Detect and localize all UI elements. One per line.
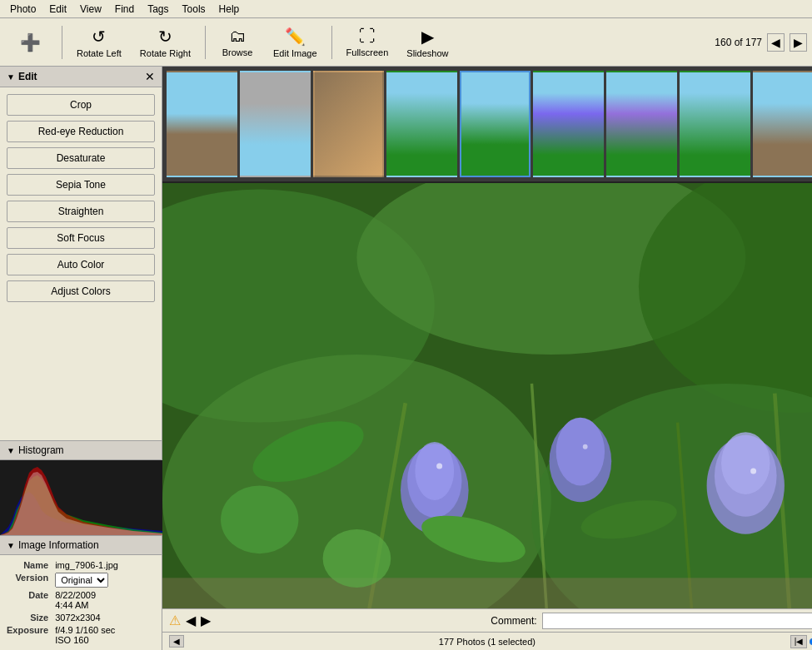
toolbar-sep-3 — [331, 26, 332, 59]
size-label: Size — [7, 613, 48, 623]
straighten-button[interactable]: Straighten — [7, 201, 155, 222]
edit-buttons-container: Crop Red-eye Reduction Desaturate Sepia … — [0, 87, 162, 440]
menu-tools[interactable]: Tools — [176, 2, 212, 17]
comment-input[interactable] — [542, 613, 812, 629]
menu-find[interactable]: Find — [108, 2, 141, 17]
edit-image-button[interactable]: ✏️ Edit Image — [266, 22, 325, 63]
thumbnail-5[interactable] — [460, 71, 531, 177]
photo-count-text: 160 of 177 — [715, 37, 762, 48]
thumbnail-strip — [162, 67, 812, 183]
photo-count: 160 of 177 ◀ ▶ — [715, 33, 807, 52]
toolbar: ➕ ↺ Rotate Left ↻ Rotate Right 🗂 Browse … — [0, 18, 812, 67]
red-eye-button[interactable]: Red-eye Reduction — [7, 121, 155, 142]
histogram-canvas — [0, 460, 162, 535]
menu-photo[interactable]: Photo — [3, 2, 42, 17]
image-info-header[interactable]: ▼ Image Information — [0, 536, 162, 555]
edit-panel-header: ▼ Edit ✕ — [0, 67, 162, 87]
svg-point-23 — [721, 432, 770, 494]
scroll-start-button[interactable]: |◀ — [790, 635, 808, 648]
next-photo-button[interactable]: ▶ — [790, 33, 807, 52]
histogram-section: ▼ Histogram — [0, 440, 162, 535]
scroll-buttons: |◀ ▶| — [790, 635, 812, 648]
next-thumb-button[interactable]: ▶ — [201, 613, 211, 628]
scroll-bar[interactable] — [809, 635, 812, 648]
version-label: Version — [7, 573, 48, 588]
image-info-title: Image Information — [18, 539, 99, 551]
slideshow-icon: ▶ — [421, 27, 434, 47]
thumbnail-8[interactable] — [680, 71, 750, 177]
left-panel: ▼ Edit ✕ Crop Red-eye Reduction Desatura… — [0, 67, 162, 650]
svg-point-29 — [221, 485, 298, 553]
prev-photo-button[interactable]: ◀ — [767, 33, 785, 52]
thumbnail-3[interactable] — [313, 71, 384, 177]
edit-panel-close[interactable]: ✕ — [145, 70, 155, 83]
histogram-chart — [0, 460, 162, 535]
status-text: 177 Photos (1 selected) — [184, 637, 790, 647]
fullscreen-label: Fullscreen — [346, 47, 389, 57]
status-icon: ⚠ — [169, 613, 181, 628]
thumbnail-4[interactable] — [386, 71, 457, 177]
bottom-bar: ⚠ ◀ ▶ Comment: • • • — [162, 608, 812, 632]
edit-panel-title: Edit — [18, 71, 145, 82]
main-photo-svg — [162, 183, 812, 608]
menu-help[interactable]: Help — [212, 2, 247, 17]
right-content: ⚠ ◀ ▶ Comment: • • • ◀ 177 Photos (1 sel… — [162, 67, 812, 650]
slideshow-button[interactable]: ▶ Slideshow — [399, 22, 456, 63]
rotate-left-label: Rotate Left — [77, 48, 122, 58]
crop-button[interactable]: Crop — [7, 94, 155, 116]
exposure-label: Exposure — [7, 625, 48, 645]
desaturate-button[interactable]: Desaturate — [7, 147, 155, 169]
svg-rect-15 — [162, 578, 812, 608]
soft-focus-button[interactable]: Soft Focus — [7, 227, 155, 249]
histogram-header[interactable]: ▼ Histogram — [0, 441, 162, 460]
fullscreen-icon: ⛶ — [359, 27, 376, 46]
comment-label: Comment: — [491, 615, 536, 627]
thumbnail-9[interactable] — [753, 71, 812, 177]
browse-button[interactable]: 🗂 Browse — [212, 22, 262, 63]
image-info-section: ▼ Image Information Name img_7906-1.jpg … — [0, 535, 162, 650]
thumbnail-1[interactable] — [167, 71, 237, 177]
new-icon: ➕ — [20, 32, 41, 52]
svg-point-33 — [750, 468, 756, 474]
version-select[interactable]: Original — [55, 573, 108, 588]
date-label: Date — [7, 590, 48, 610]
rotate-left-button[interactable]: ↺ Rotate Left — [69, 22, 129, 63]
sepia-tone-button[interactable]: Sepia Tone — [7, 174, 155, 196]
histogram-arrow: ▼ — [7, 446, 15, 455]
panel-collapse-arrow[interactable]: ▼ — [7, 72, 15, 82]
toolbar-sep-1 — [62, 26, 62, 59]
svg-point-30 — [323, 529, 391, 588]
name-label: Name — [7, 560, 48, 570]
browse-label: Browse — [222, 47, 253, 57]
svg-point-32 — [583, 444, 588, 449]
adjust-colors-button[interactable]: Adjust Colors — [7, 280, 155, 302]
date-value: 8/22/2009 4:44 AM — [55, 590, 155, 610]
edit-image-label: Edit Image — [273, 48, 317, 58]
edit-image-icon: ✏️ — [285, 27, 306, 47]
new-button[interactable]: ➕ — [5, 22, 55, 63]
main-image-area — [162, 183, 812, 608]
size-value: 3072x2304 — [55, 613, 155, 623]
thumbnail-2[interactable] — [240, 71, 311, 177]
svg-point-18 — [415, 442, 454, 500]
browse-icon: 🗂 — [229, 27, 246, 46]
menu-view[interactable]: View — [73, 2, 108, 17]
scroll-left-button[interactable]: ◀ — [169, 635, 184, 648]
fullscreen-button[interactable]: ⛶ Fullscreen — [339, 22, 396, 63]
status-bar: ◀ 177 Photos (1 selected) |◀ ▶| — [162, 632, 812, 650]
auto-color-button[interactable]: Auto Color — [7, 254, 155, 275]
svg-point-31 — [436, 464, 442, 469]
prev-thumb-button[interactable]: ◀ — [186, 613, 196, 628]
menu-tags[interactable]: Tags — [141, 2, 175, 17]
thumbnail-7[interactable] — [606, 71, 677, 177]
menu-edit[interactable]: Edit — [42, 2, 73, 17]
thumbnail-6[interactable] — [533, 71, 604, 177]
main-container: ▼ Edit ✕ Crop Red-eye Reduction Desatura… — [0, 67, 812, 650]
version-value: Original — [55, 573, 155, 588]
exposure-value: f/4.9 1/160 sec ISO 160 — [55, 625, 155, 645]
rotate-right-button[interactable]: ↻ Rotate Right — [132, 22, 198, 63]
rotate-left-icon: ↺ — [92, 27, 106, 47]
toolbar-sep-2 — [205, 26, 206, 59]
slideshow-label: Slideshow — [406, 48, 448, 58]
main-photo — [162, 183, 812, 608]
